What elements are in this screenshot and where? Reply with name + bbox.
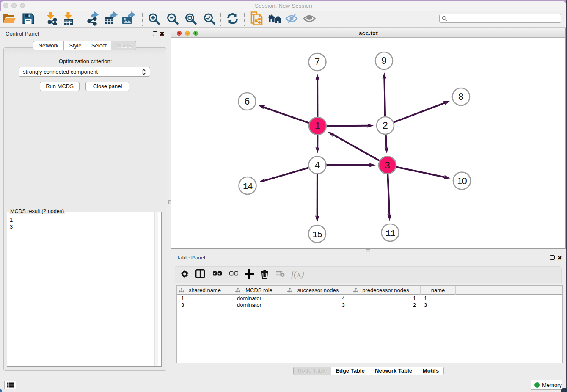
- svg-text:11: 11: [385, 229, 395, 238]
- svg-text:15: 15: [312, 230, 322, 240]
- svg-text:2: 2: [383, 121, 388, 132]
- svg-text:4: 4: [314, 160, 320, 171]
- svg-text:8: 8: [458, 92, 464, 103]
- svg-text:14: 14: [243, 182, 253, 191]
- svg-text:3: 3: [385, 160, 391, 171]
- svg-text:10: 10: [457, 176, 467, 186]
- svg-text:1: 1: [315, 121, 321, 132]
- svg-text:6: 6: [244, 97, 250, 108]
- svg-text:9: 9: [381, 56, 387, 67]
- svg-text:7: 7: [314, 57, 320, 68]
